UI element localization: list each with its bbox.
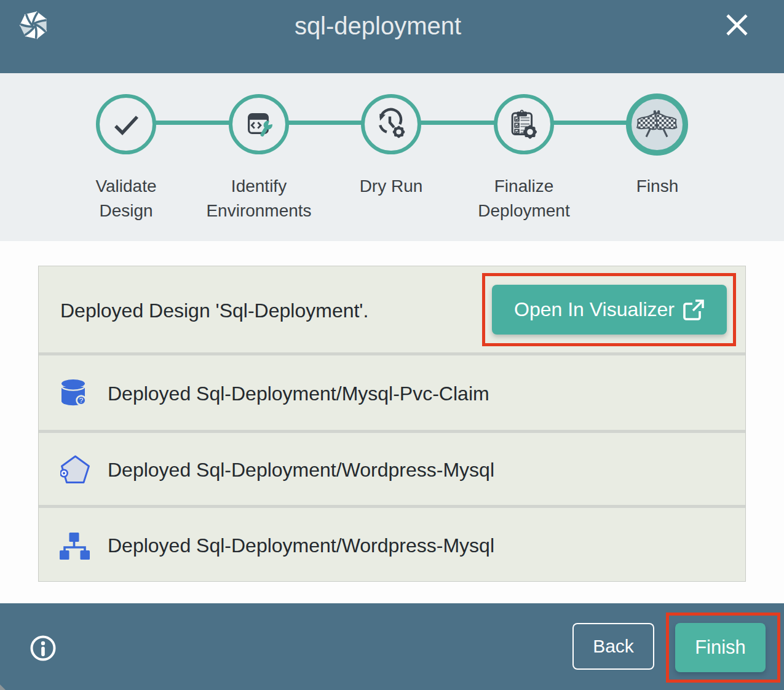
svg-text:?: ? <box>79 397 83 404</box>
